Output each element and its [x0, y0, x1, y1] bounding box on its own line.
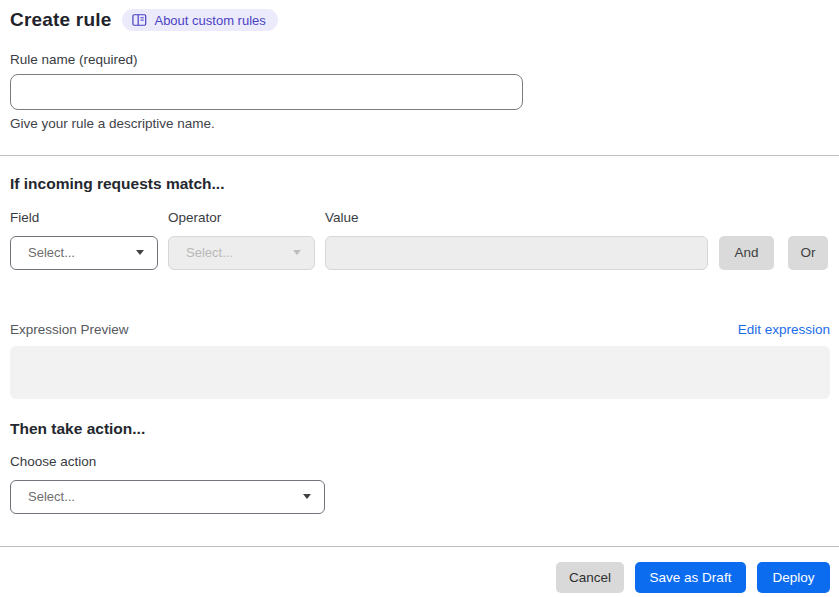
page-header: Create rule About custom rules — [0, 9, 839, 31]
edit-expression-link[interactable]: Edit expression — [738, 322, 830, 337]
rule-name-label: Rule name (required) — [10, 53, 830, 68]
field-select[interactable]: Select... — [10, 236, 158, 270]
rule-name-help: Give your rule a descriptive name. — [10, 116, 830, 131]
choose-action-label: Choose action — [10, 455, 830, 470]
operator-select: Select... — [168, 236, 315, 270]
value-input — [325, 236, 708, 270]
and-button[interactable]: And — [719, 236, 774, 270]
or-button[interactable]: Or — [788, 236, 828, 270]
choose-action-select[interactable]: Select... — [10, 480, 325, 514]
chevron-down-icon — [136, 250, 144, 255]
field-select-value: Select... — [28, 245, 75, 260]
create-rule-page: Create rule About custom rules Rule name… — [0, 9, 839, 593]
divider — [0, 546, 839, 547]
chevron-down-icon — [293, 250, 301, 255]
match-section-heading: If incoming requests match... — [10, 175, 830, 193]
about-link-label: About custom rules — [154, 14, 265, 27]
expression-preview-label: Expression Preview — [10, 322, 129, 337]
expression-preview-box — [10, 346, 830, 399]
footer-actions: Cancel Save as Draft Deploy — [0, 562, 839, 593]
rule-name-input[interactable] — [10, 74, 523, 110]
choose-action-value: Select... — [28, 489, 75, 504]
book-icon — [132, 13, 147, 27]
page-title: Create rule — [10, 9, 111, 31]
deploy-button[interactable]: Deploy — [757, 562, 830, 593]
cancel-button[interactable]: Cancel — [556, 562, 624, 593]
field-label: Field — [10, 211, 168, 226]
operator-select-value: Select... — [186, 245, 233, 260]
about-custom-rules-link[interactable]: About custom rules — [122, 9, 277, 31]
chevron-down-icon — [303, 494, 311, 499]
save-as-draft-button[interactable]: Save as Draft — [635, 562, 746, 593]
value-label: Value — [325, 211, 830, 226]
operator-label: Operator — [168, 211, 325, 226]
action-section-heading: Then take action... — [10, 420, 830, 438]
divider — [0, 155, 839, 156]
